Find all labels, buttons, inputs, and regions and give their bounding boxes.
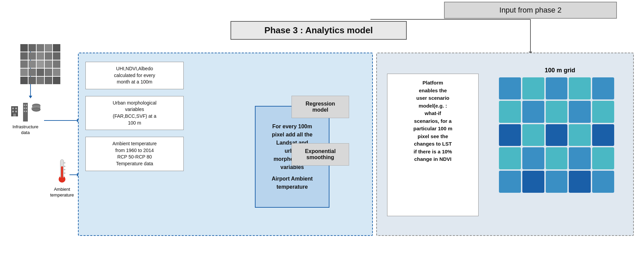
database-icon [32,103,41,115]
grid-100m-visual [499,77,614,193]
infra-grid-icon [20,44,60,84]
svg-rect-30 [26,105,27,106]
building-icon-2 [22,103,29,121]
infra-label: Infrastructuredata [3,124,47,136]
svg-marker-4 [29,96,32,98]
svg-rect-31 [24,108,25,109]
urban-morph-box: Urban morphological variables (FAR,BCC,S… [85,96,184,130]
building-icon-1 [10,103,19,116]
svg-rect-24 [15,108,17,109]
input-phase2-box: Input from phase 2 [444,2,617,19]
svg-rect-26 [15,111,17,112]
svg-rect-27 [13,114,16,116]
svg-rect-42 [61,166,63,179]
phase-title-box: Phase 3 : Analytics model [230,21,407,40]
main-container: Input from phase 2 Phase 3 : Analytics m… [0,0,644,262]
building-icons [3,103,47,121]
ambient-label: Ambienttemperature [50,187,74,198]
ambient-temp-box: Ambient temperature from 1960 to 2014 RC… [85,137,184,171]
rcp-text: RCP 50-RCP 80 Temperature data [116,154,153,166]
phase-title-label: Phase 3 : Analytics model [264,25,373,35]
svg-rect-23 [12,108,14,109]
svg-point-39 [32,108,40,111]
svg-rect-29 [24,105,25,106]
svg-rect-34 [26,111,27,112]
ambient-section: Ambienttemperature [50,156,74,198]
infrastructure-section: Infrastructuredata [3,100,47,136]
grid-100m-container: 100 m grid [499,67,621,193]
platform-dashed-container: Platform enables the user scenario model… [376,53,634,236]
urban-morph-text: Urban morphological variables (FAR,BCC,S… [113,100,156,126]
svg-rect-25 [12,111,14,112]
platform-text-box: Platform enables the user scenario model… [387,74,479,216]
center-box-text2: Airport Ambient temperature [271,175,313,191]
regression-box: Regression model [291,96,349,118]
ambient-temp-text: Ambient temperature from 1960 to 2014 [113,141,157,153]
regression-text: Regression model [305,101,335,113]
exponential-box: Exponential smoothing [291,143,349,166]
uhi-box: UHI,NDVI,Albedo calculated for every mon… [85,62,184,89]
uhi-text: UHI,NDVI,Albedo calculated for every mon… [114,66,155,85]
grid-100m-label: 100 m grid [499,67,621,74]
svg-rect-32 [26,108,27,109]
input-phase2-label: Input from phase 2 [499,6,561,14]
platform-text: Platform enables the user scenario model… [413,80,452,162]
thermometer-icon [55,156,69,183]
svg-rect-33 [24,111,25,112]
left-sub-area: UHI,NDVI,Albedo calculated for every mon… [85,62,184,228]
exponential-text: Exponential smoothing [305,148,336,160]
